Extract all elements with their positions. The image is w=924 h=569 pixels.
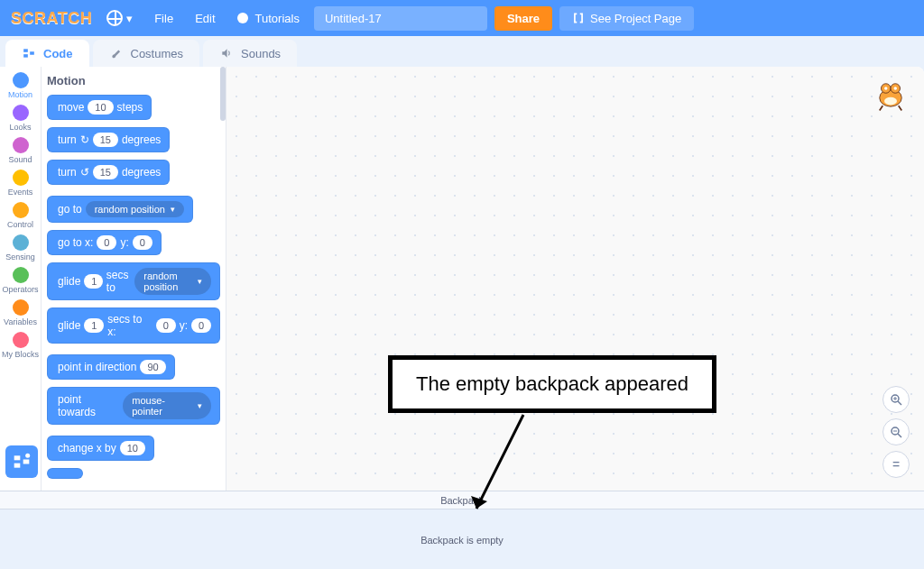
scratch-logo[interactable]: SCRATCH [11,9,92,28]
tab-code-label: Code [43,47,73,60]
brush-icon [109,47,124,60]
turn-ccw-icon: ↺ [80,166,89,179]
block-point-direction[interactable]: point in direction90 [47,354,175,380]
tutorials-button[interactable]: Tutorials [230,8,307,29]
tab-sounds[interactable]: Sounds [203,40,297,67]
menu-bar: SCRATCH ▾ File Edit Tutorials Share See … [0,0,924,36]
zoom-out-icon [890,426,902,438]
tutorials-label: Tutorials [255,12,300,25]
category-looks[interactable]: Looks [0,103,41,133]
see-project-label: See Project Page [590,12,681,25]
tab-sounds-label: Sounds [241,47,281,60]
svg-point-19 [25,454,30,458]
project-title-input[interactable] [314,6,487,31]
svg-rect-18 [23,460,30,464]
code-icon [22,47,36,60]
sound-icon [219,47,234,60]
svg-line-14 [898,434,901,437]
zoom-controls: = [882,386,910,478]
block-turn-ccw[interactable]: turn↺15degrees [47,160,170,185]
category-sensing[interactable]: Sensing [0,233,41,263]
file-menu[interactable]: File [147,8,180,29]
category-my-blocks[interactable]: My Blocks [0,330,41,361]
palette-title: Motion [47,74,220,87]
block-point-towards[interactable]: point towardsmouse-pointer [47,387,220,425]
language-menu[interactable]: ▾ [99,6,140,30]
tab-code[interactable]: Code [5,40,89,67]
category-list: MotionLooksSoundEventsControlSensingOper… [0,67,42,491]
svg-rect-0 [23,49,28,52]
svg-point-6 [884,87,888,90]
category-label: Control [7,220,33,229]
zoom-reset-button[interactable]: = [882,451,910,478]
category-label: Sound [8,155,32,164]
block-goto[interactable]: go torandom position [47,196,193,223]
annotation-arrow [460,409,541,527]
zoom-in-button[interactable] [882,386,910,413]
category-dot-icon [13,170,29,186]
sprite-thumbnail [872,76,910,114]
category-label: Sensing [5,252,35,262]
category-sound[interactable]: Sound [0,135,41,166]
block-move-steps[interactable]: move10steps [47,95,152,120]
add-extension-button[interactable] [5,445,38,478]
svg-rect-17 [14,463,21,468]
category-dot-icon [13,202,29,218]
block-peek[interactable] [47,468,83,479]
zoom-out-button[interactable] [882,418,910,445]
annotation-callout: The empty backpack appeared [388,355,716,413]
zoom-in-icon [890,393,902,406]
category-dot-icon [13,299,29,316]
category-dot-icon [13,332,29,348]
svg-point-7 [894,87,898,90]
category-dot-icon [13,137,29,153]
svg-line-10 [898,401,901,405]
block-change-x[interactable]: change x by10 [47,436,154,461]
category-dot-icon [13,234,29,251]
category-dot-icon [13,267,29,283]
block-palette: Motion move10steps turn↻15degrees turn↺1… [42,67,226,491]
category-label: My Blocks [2,350,39,359]
category-control[interactable]: Control [0,200,41,231]
category-label: Looks [9,123,31,132]
svg-rect-1 [23,54,28,58]
see-project-button[interactable]: See Project Page [559,6,694,31]
category-label: Variables [4,317,37,326]
block-gotoxy[interactable]: go to x:0y:0 [47,230,162,255]
brackets-icon [572,12,585,24]
category-label: Motion [8,90,32,99]
category-dot-icon [13,72,29,88]
edit-menu[interactable]: Edit [188,8,222,29]
block-glidexy[interactable]: glide1secs to x:0y:0 [47,307,220,344]
category-dot-icon [13,105,29,121]
bulb-icon [237,13,248,23]
svg-rect-16 [14,455,21,460]
svg-point-8 [884,97,897,106]
extension-icon [13,453,31,471]
script-area[interactable]: = [226,67,924,491]
share-button[interactable]: Share [494,6,552,31]
category-label: Events [8,188,33,197]
category-operators[interactable]: Operators [0,265,41,296]
svg-rect-2 [30,51,34,55]
category-label: Operators [2,285,38,294]
category-variables[interactable]: Variables [0,298,41,328]
globe-icon [106,10,123,26]
tab-costumes-label: Costumes [131,47,184,60]
block-glide[interactable]: glide1secs torandom position [47,262,220,300]
block-turn-cw[interactable]: turn↻15degrees [47,127,170,152]
category-events[interactable]: Events [0,168,41,198]
tab-costumes[interactable]: Costumes [93,40,200,67]
turn-cw-icon: ↻ [80,133,89,146]
tabs: Code Costumes Sounds [0,36,924,67]
category-motion[interactable]: Motion [0,70,41,101]
